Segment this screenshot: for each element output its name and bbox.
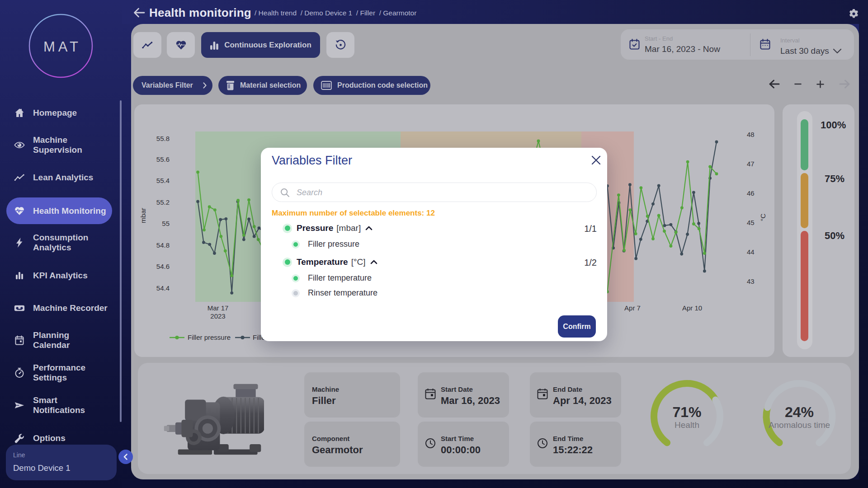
svg-text:55.8: 55.8 (156, 135, 170, 142)
svg-text:44: 44 (747, 248, 755, 256)
svg-text:45: 45 (747, 219, 755, 226)
svg-text:55: 55 (162, 220, 170, 227)
svg-text:75%: 75% (825, 173, 844, 184)
svg-text:54.4: 54.4 (156, 284, 170, 292)
svg-text:71%: 71% (672, 404, 701, 420)
svg-text:2023: 2023 (210, 312, 225, 320)
svg-text:50%: 50% (825, 230, 844, 241)
svg-text:Filler pressure: Filler pressure (188, 333, 231, 341)
svg-text:100%: 100% (821, 119, 846, 131)
svg-text:Apr 7: Apr 7 (624, 304, 641, 312)
svg-text:Health: Health (675, 420, 699, 430)
svg-text:55.4: 55.4 (156, 177, 170, 184)
svg-text:Apr 10: Apr 10 (682, 304, 702, 312)
svg-text:MAT: MAT (43, 39, 81, 55)
svg-text:43: 43 (747, 277, 755, 285)
svg-text:55.2: 55.2 (156, 198, 170, 206)
svg-text:55.6: 55.6 (156, 155, 170, 163)
svg-text:mbar: mbar (139, 208, 147, 223)
svg-text:54.6: 54.6 (156, 263, 170, 270)
svg-text:Mar 17: Mar 17 (208, 304, 229, 312)
svg-text:54.8: 54.8 (156, 241, 170, 249)
svg-text:47: 47 (747, 160, 755, 168)
svg-text:°C: °C (759, 213, 767, 221)
svg-text:48: 48 (747, 131, 755, 138)
svg-text:24%: 24% (785, 404, 814, 420)
svg-text:46: 46 (747, 189, 755, 197)
svg-text:Anomalous time: Anomalous time (769, 420, 830, 430)
